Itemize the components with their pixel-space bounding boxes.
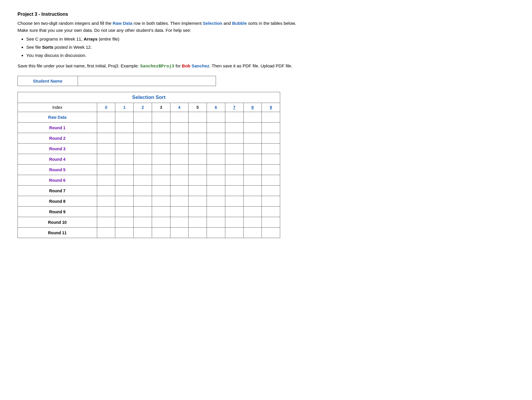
cell-round1-2[interactable] (134, 123, 152, 133)
cell-round10-6[interactable] (207, 217, 225, 228)
cell-round10-0[interactable] (97, 217, 115, 228)
cell-round9-5[interactable] (189, 207, 207, 217)
cell-round5-4[interactable] (170, 165, 189, 175)
cell-round6-1[interactable] (115, 175, 134, 186)
cell-round7-1[interactable] (115, 186, 134, 196)
cell-round4-1[interactable] (115, 154, 134, 165)
cell-round4-3[interactable] (152, 154, 170, 165)
cell-round7-0[interactable] (97, 186, 115, 196)
cell-round7-2[interactable] (134, 186, 152, 196)
cell-round4-0[interactable] (97, 154, 115, 165)
cell-round4-9[interactable] (262, 154, 280, 165)
cell-round1-7[interactable] (225, 123, 243, 133)
cell-round8-4[interactable] (170, 196, 189, 207)
cell-round9-3[interactable] (152, 207, 170, 217)
cell-round3-1[interactable] (115, 144, 134, 154)
cell-round4-6[interactable] (207, 154, 225, 165)
cell-round10-2[interactable] (134, 217, 152, 228)
cell-round5-9[interactable] (262, 165, 280, 175)
cell-round8-7[interactable] (225, 196, 243, 207)
cell-round9-9[interactable] (262, 207, 280, 217)
cell-round11-0[interactable] (97, 228, 115, 238)
cell-rawdata-4[interactable] (170, 112, 189, 123)
cell-round5-5[interactable] (189, 165, 207, 175)
cell-round10-5[interactable] (189, 217, 207, 228)
cell-round6-6[interactable] (207, 175, 225, 186)
cell-round5-6[interactable] (207, 165, 225, 175)
cell-round8-2[interactable] (134, 196, 152, 207)
cell-round2-1[interactable] (115, 133, 134, 144)
cell-rawdata-8[interactable] (243, 112, 262, 123)
cell-round7-7[interactable] (225, 186, 243, 196)
cell-round9-6[interactable] (207, 207, 225, 217)
cell-round10-8[interactable] (243, 217, 262, 228)
cell-round6-8[interactable] (243, 175, 262, 186)
cell-round5-1[interactable] (115, 165, 134, 175)
cell-round6-3[interactable] (152, 175, 170, 186)
cell-round3-8[interactable] (243, 144, 262, 154)
cell-round2-3[interactable] (152, 133, 170, 144)
cell-round4-7[interactable] (225, 154, 243, 165)
cell-rawdata-0[interactable] (97, 112, 115, 123)
cell-round7-9[interactable] (262, 186, 280, 196)
cell-round11-1[interactable] (115, 228, 134, 238)
cell-round2-2[interactable] (134, 133, 152, 144)
cell-round2-6[interactable] (207, 133, 225, 144)
cell-round3-4[interactable] (170, 144, 189, 154)
cell-round3-5[interactable] (189, 144, 207, 154)
cell-rawdata-2[interactable] (134, 112, 152, 123)
cell-round2-5[interactable] (189, 133, 207, 144)
cell-round9-7[interactable] (225, 207, 243, 217)
cell-round7-4[interactable] (170, 186, 189, 196)
cell-round1-5[interactable] (189, 123, 207, 133)
cell-round2-0[interactable] (97, 133, 115, 144)
cell-round2-4[interactable] (170, 133, 189, 144)
student-name-value[interactable] (78, 76, 216, 86)
cell-round8-8[interactable] (243, 196, 262, 207)
cell-round11-6[interactable] (207, 228, 225, 238)
cell-round6-0[interactable] (97, 175, 115, 186)
cell-round11-5[interactable] (189, 228, 207, 238)
cell-round10-3[interactable] (152, 217, 170, 228)
cell-round1-3[interactable] (152, 123, 170, 133)
cell-round3-3[interactable] (152, 144, 170, 154)
cell-rawdata-6[interactable] (207, 112, 225, 123)
cell-round9-4[interactable] (170, 207, 189, 217)
cell-rawdata-7[interactable] (225, 112, 243, 123)
cell-round6-7[interactable] (225, 175, 243, 186)
cell-round9-0[interactable] (97, 207, 115, 217)
cell-round1-4[interactable] (170, 123, 189, 133)
cell-round1-9[interactable] (262, 123, 280, 133)
cell-round8-1[interactable] (115, 196, 134, 207)
cell-round10-7[interactable] (225, 217, 243, 228)
cell-round2-9[interactable] (262, 133, 280, 144)
cell-round7-6[interactable] (207, 186, 225, 196)
cell-round3-0[interactable] (97, 144, 115, 154)
cell-round10-4[interactable] (170, 217, 189, 228)
cell-round2-7[interactable] (225, 133, 243, 144)
cell-round6-9[interactable] (262, 175, 280, 186)
cell-round5-8[interactable] (243, 165, 262, 175)
cell-round11-4[interactable] (170, 228, 189, 238)
cell-round8-3[interactable] (152, 196, 170, 207)
cell-round3-2[interactable] (134, 144, 152, 154)
cell-round3-6[interactable] (207, 144, 225, 154)
cell-round11-2[interactable] (134, 228, 152, 238)
cell-round5-2[interactable] (134, 165, 152, 175)
cell-round10-9[interactable] (262, 217, 280, 228)
cell-round5-7[interactable] (225, 165, 243, 175)
cell-rawdata-1[interactable] (115, 112, 134, 123)
cell-round5-0[interactable] (97, 165, 115, 175)
cell-round5-3[interactable] (152, 165, 170, 175)
cell-round4-5[interactable] (189, 154, 207, 165)
cell-round2-8[interactable] (243, 133, 262, 144)
cell-round8-0[interactable] (97, 196, 115, 207)
cell-round4-4[interactable] (170, 154, 189, 165)
cell-rawdata-3[interactable] (152, 112, 170, 123)
cell-round11-8[interactable] (243, 228, 262, 238)
cell-round10-1[interactable] (115, 217, 134, 228)
cell-rawdata-9[interactable] (262, 112, 280, 123)
cell-round11-7[interactable] (225, 228, 243, 238)
cell-round6-2[interactable] (134, 175, 152, 186)
cell-round3-9[interactable] (262, 144, 280, 154)
